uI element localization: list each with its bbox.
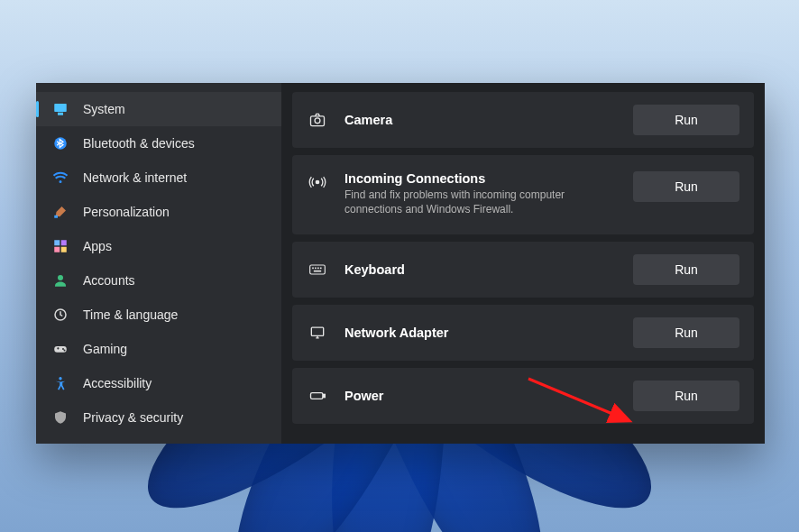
sidebar-item-time-language[interactable]: Time & language bbox=[36, 298, 281, 332]
sidebar-item-system[interactable]: System bbox=[36, 92, 281, 126]
troubleshooter-title: Camera bbox=[344, 113, 617, 127]
troubleshooter-title: Keyboard bbox=[344, 262, 617, 277]
accessibility-icon bbox=[52, 375, 69, 391]
troubleshooter-incoming-connections: Incoming Connections Find and fix proble… bbox=[292, 155, 754, 234]
troubleshooter-desc: Find and fix problems with incoming comp… bbox=[344, 188, 579, 216]
camera-icon bbox=[307, 109, 328, 131]
settings-window: System Bluetooth & devices Network & int… bbox=[36, 83, 765, 444]
troubleshooter-camera: Camera Run bbox=[292, 92, 754, 148]
clock-globe-icon bbox=[52, 307, 69, 323]
svg-rect-23 bbox=[311, 327, 323, 335]
svg-rect-10 bbox=[54, 346, 67, 353]
sidebar-item-accounts[interactable]: Accounts bbox=[36, 263, 281, 298]
svg-rect-5 bbox=[61, 240, 67, 245]
svg-point-16 bbox=[316, 180, 318, 183]
bluetooth-icon bbox=[52, 135, 69, 151]
troubleshooter-list: Camera Run Incoming Connections Find and… bbox=[281, 83, 765, 444]
sidebar-item-label: Apps bbox=[83, 239, 112, 253]
settings-sidebar: System Bluetooth & devices Network & int… bbox=[36, 83, 281, 444]
sidebar-item-label: Gaming bbox=[83, 342, 127, 356]
troubleshooter-keyboard: Keyboard Run bbox=[292, 242, 754, 298]
troubleshooter-network-adapter: Network Adapter Run bbox=[292, 305, 754, 361]
svg-point-8 bbox=[58, 275, 63, 280]
sidebar-item-label: Privacy & security bbox=[83, 410, 183, 425]
svg-rect-20 bbox=[317, 268, 319, 270]
svg-point-13 bbox=[59, 377, 61, 380]
troubleshooter-power: Power Run bbox=[292, 368, 754, 424]
svg-rect-1 bbox=[59, 114, 63, 115]
svg-rect-21 bbox=[320, 268, 322, 270]
sidebar-item-privacy-security[interactable]: Privacy & security bbox=[36, 400, 281, 435]
svg-point-11 bbox=[62, 348, 64, 350]
network-adapter-run-button[interactable]: Run bbox=[633, 317, 739, 348]
svg-rect-6 bbox=[54, 247, 60, 252]
wifi-icon bbox=[52, 170, 69, 186]
sidebar-item-label: Accounts bbox=[83, 273, 135, 288]
svg-rect-0 bbox=[54, 104, 67, 112]
sidebar-item-network[interactable]: Network & internet bbox=[36, 161, 281, 195]
brush-icon bbox=[52, 204, 69, 220]
svg-rect-17 bbox=[310, 265, 326, 274]
svg-rect-19 bbox=[315, 268, 317, 270]
sidebar-item-gaming[interactable]: Gaming bbox=[36, 332, 281, 366]
svg-rect-24 bbox=[311, 393, 323, 399]
troubleshooter-title: Power bbox=[344, 389, 617, 403]
incoming-connections-run-button[interactable]: Run bbox=[633, 171, 739, 202]
svg-rect-7 bbox=[61, 247, 67, 252]
netadapter-icon bbox=[307, 322, 328, 344]
svg-rect-18 bbox=[312, 268, 314, 270]
svg-point-12 bbox=[64, 350, 66, 352]
sidebar-item-bluetooth[interactable]: Bluetooth & devices bbox=[36, 126, 281, 161]
svg-rect-22 bbox=[314, 271, 321, 272]
sidebar-item-label: Time & language bbox=[83, 307, 178, 322]
svg-point-15 bbox=[315, 118, 320, 124]
keyboard-run-button[interactable]: Run bbox=[633, 254, 739, 285]
grid-icon bbox=[52, 238, 69, 254]
sidebar-item-label: Network & internet bbox=[83, 170, 187, 185]
sidebar-item-apps[interactable]: Apps bbox=[36, 229, 281, 263]
user-icon bbox=[52, 272, 69, 289]
sidebar-item-label: Bluetooth & devices bbox=[83, 136, 195, 151]
camera-run-button[interactable]: Run bbox=[633, 105, 739, 135]
sidebar-item-accessibility[interactable]: Accessibility bbox=[36, 366, 281, 400]
power-run-button[interactable]: Run bbox=[633, 381, 739, 411]
shield-icon bbox=[52, 409, 69, 426]
svg-rect-25 bbox=[324, 394, 326, 397]
troubleshooter-title: Incoming Connections bbox=[344, 171, 617, 186]
sidebar-item-personalization[interactable]: Personalization bbox=[36, 195, 281, 229]
sidebar-item-label: System bbox=[83, 102, 125, 116]
battery-icon bbox=[307, 385, 328, 407]
monitor-icon bbox=[52, 101, 69, 117]
gamepad-icon bbox=[52, 341, 69, 357]
sidebar-item-label: Accessibility bbox=[83, 376, 152, 390]
keyboard-icon bbox=[307, 259, 328, 280]
svg-rect-3 bbox=[54, 216, 58, 218]
sidebar-item-label: Personalization bbox=[83, 205, 170, 219]
antenna-icon bbox=[307, 171, 328, 193]
svg-rect-4 bbox=[54, 240, 60, 245]
troubleshooter-title: Network Adapter bbox=[344, 326, 617, 340]
